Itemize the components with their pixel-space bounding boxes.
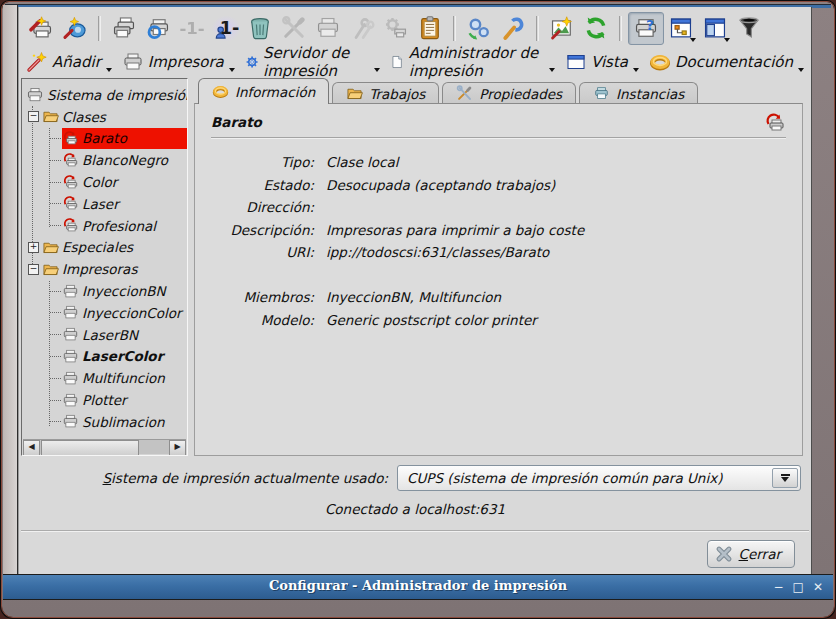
tree-horizontal-scrollbar[interactable]: ◀ ▶ [23,439,186,454]
crossed-tools-button[interactable] [277,13,311,44]
wizard-image-button[interactable] [545,13,579,44]
tree-item[interactable]: Sublimacion [62,411,187,433]
window-titlebar[interactable]: Configurar - Administrador de impresión … [3,574,833,600]
wrench-pair-button[interactable] [345,13,379,44]
tree-row[interactable]: Profesional [22,215,187,237]
menu-item-documentaci-n[interactable]: Documentación [646,49,811,75]
tree-row[interactable]: InyeccionColor [22,302,187,324]
tree-item[interactable]: Plotter [62,389,187,411]
collapse-expander-icon[interactable]: − [28,111,39,122]
dropdown-caret-icon [374,68,380,72]
tree-item[interactable]: Profesional [62,215,187,237]
minimize-button[interactable]: − [774,581,784,593]
tree-item[interactable]: LaserColor [62,346,187,368]
tree-row[interactable]: Sistema de impresión [22,84,187,106]
printer-button[interactable] [311,13,345,44]
tree-item[interactable]: LaserBN [62,324,187,346]
tree-row[interactable]: Plotter [22,389,187,411]
field-value: Generic postscript color printer [323,309,786,332]
field-value: Clase local [323,151,786,174]
tree-row[interactable]: +Especiales [22,237,187,259]
tree-row[interactable]: −Clases [22,106,187,128]
printer-question-button[interactable]: ? [628,12,664,45]
gear-printer-button[interactable] [379,13,413,44]
tree-item[interactable]: Clases [42,106,187,128]
dropdown-caret-icon [229,68,235,72]
tree-item[interactable]: InyeccionBN [62,280,187,302]
printsystem-select[interactable]: CUPS (sistema de impresión común para Un… [397,465,801,491]
field-label: Estado: [211,174,323,197]
view-columns-button[interactable] [698,13,732,44]
menu-item-a-adir[interactable]: Añadir [23,49,119,75]
tree-branch-line [50,312,61,313]
tree-row[interactable]: Laser [22,193,187,215]
tree-row[interactable]: LaserColor [22,346,187,368]
crossed-tools-icon [281,15,307,41]
printer-small-icon [122,51,144,73]
tree-branch-line [50,203,61,204]
add-printer-wizard-button[interactable] [24,13,58,44]
tree-item[interactable]: Impresoras [42,258,187,280]
refresh-printer-button[interactable] [764,112,786,134]
window-frame-inner: -1-1-? AñadirImpresoraServidor de impres… [2,2,834,617]
menu-item-impresora[interactable]: Impresora [119,49,242,75]
toolbar-separator [619,16,622,41]
maximize-button[interactable]: □ [793,581,804,593]
printer-instances-icon [593,85,610,102]
collapse-expander-icon[interactable]: − [28,264,39,275]
configure-wrench-button[interactable] [496,13,530,44]
wrench-pair-icon [349,15,375,41]
gears-refresh-button[interactable] [462,13,496,44]
folder-icon [42,108,59,125]
minus-one-button[interactable]: -1- [175,13,209,44]
printer-class-icon [62,195,79,212]
tab-instancias[interactable]: Instancias [579,82,698,104]
view-tree-button[interactable] [664,13,698,44]
expand-expander-icon[interactable]: + [28,242,39,253]
tab-propiedades[interactable]: Propiedades [442,82,576,104]
user-default-button[interactable]: 1- [209,13,243,44]
add-special-printer-button[interactable] [58,13,92,44]
scroll-left-arrow-icon[interactable]: ◀ [23,440,40,456]
menu-item-label: Añadir [52,53,101,71]
filter-funnel-button[interactable] [732,13,766,44]
tab-trabajos[interactable]: Trabajos [332,82,439,104]
printer-search-button[interactable] [141,13,175,44]
printer-search-icon [145,15,171,41]
menu-item-administrador-de-impresi-n[interactable]: Administrador de impresión [387,49,562,75]
window-buttons: −□✕ [774,575,823,599]
dropdown-caret-icon [690,38,696,42]
tree-item[interactable]: Laser [62,193,187,215]
tree-row[interactable]: Barato [22,128,187,150]
dropdown-caret-icon [106,68,112,72]
copy-printer-button[interactable] [107,13,141,44]
trash-button[interactable] [243,13,277,44]
scroll-right-arrow-icon[interactable]: ▶ [169,440,186,456]
tree-row[interactable]: LaserBN [22,324,187,346]
folder-icon [346,85,363,102]
tree-row[interactable]: BlancoNegro [22,149,187,171]
tree-row[interactable]: Sublimacion [22,411,187,433]
menu-item-servidor-de-impresi-n[interactable]: Servidor de impresión [242,49,388,75]
printer-small-icon [62,370,79,387]
tree-item-selected[interactable]: Barato [62,128,187,150]
scrollbar-thumb[interactable] [41,440,139,456]
tree-item[interactable]: InyeccionColor [62,302,187,324]
tree-item[interactable]: Especiales [42,237,187,259]
tree-item[interactable]: BlancoNegro [62,149,187,171]
tree-row[interactable]: −Impresoras [22,258,187,280]
tree-item[interactable]: Color [62,171,187,193]
close-dialog-button[interactable]: Cerrar [707,540,795,568]
clipboard-button[interactable] [413,13,447,44]
tree-item[interactable]: Sistema de impresión [26,84,188,106]
menu-item-vista[interactable]: Vista [562,49,646,75]
tree-rows: Sistema de impresión−ClasesBaratoBlancoN… [22,79,187,433]
refresh-button[interactable] [579,13,613,44]
tree-row[interactable]: InyeccionBN [22,280,187,302]
tree-row[interactable]: Color [22,171,187,193]
combo-dropdown-button[interactable] [772,468,798,488]
tree-item[interactable]: Multifuncion [62,367,187,389]
tab-informaci-n[interactable]: Información [198,78,329,104]
tree-row[interactable]: Multifuncion [22,367,187,389]
close-button[interactable]: ✕ [813,581,823,593]
